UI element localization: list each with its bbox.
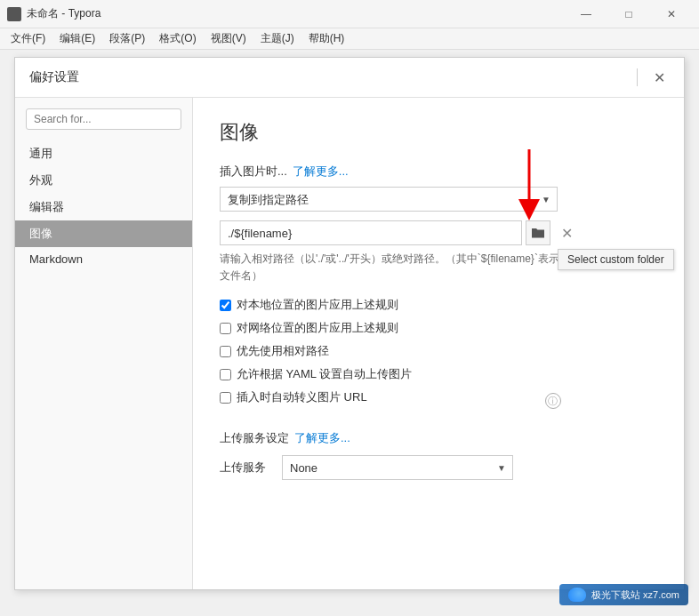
folder-button[interactable]	[526, 220, 550, 245]
section-title: 图像	[220, 119, 657, 146]
folder-icon	[531, 227, 545, 239]
menu-file[interactable]: 文件(F)	[4, 29, 52, 48]
window-title: 未命名 - Typora	[27, 6, 566, 21]
upload-service-row: 上传服务 None ▼	[220, 455, 657, 480]
checkbox-network[interactable]: 对网络位置的图片应用上述规则	[220, 320, 657, 336]
watermark-logo	[568, 588, 586, 602]
menu-format[interactable]: 格式(O)	[152, 29, 203, 48]
checkbox-network-input[interactable]	[220, 323, 231, 334]
sidebar-item-editor[interactable]: 编辑器	[15, 194, 192, 220]
select-folder-tooltip: Select custom folder	[558, 249, 674, 270]
menu-paragraph[interactable]: 段落(P)	[102, 29, 152, 48]
checkbox-local[interactable]: 对本地位置的图片应用上述规则	[220, 297, 657, 313]
dialog-body: 通用 外观 编辑器 图像 Markdown 图像 插入图片时... 了解更多..…	[15, 98, 684, 589]
watermark-text: 极光下载站 xz7.com	[591, 588, 679, 602]
menu-help[interactable]: 帮助(H)	[301, 29, 352, 48]
sidebar-item-markdown[interactable]: Markdown	[15, 247, 192, 271]
copy-path-dropdown[interactable]: 复制到指定路径 无特殊操作 复制图片到当前文件夹	[220, 187, 558, 212]
upload-service-dropdown[interactable]: None	[282, 455, 513, 480]
upload-dropdown-container: None ▼	[282, 455, 513, 480]
search-input[interactable]	[26, 108, 181, 130]
learn-more-link-insert[interactable]: 了解更多...	[293, 164, 349, 180]
info-icon[interactable]: ⓘ	[545, 393, 561, 409]
checkbox-escape[interactable]: 插入时自动转义图片 URL	[220, 389, 367, 405]
minimize-button[interactable]: —	[566, 0, 607, 28]
sidebar-item-appearance[interactable]: 外观	[15, 167, 192, 194]
watermark: 极光下载站 xz7.com	[559, 584, 688, 605]
menu-view[interactable]: 视图(V)	[204, 29, 253, 48]
checkbox-yaml-input[interactable]	[220, 369, 231, 380]
upload-section: 上传服务设定 了解更多... 上传服务 None ▼	[220, 430, 657, 480]
insert-label-row: 插入图片时... 了解更多...	[220, 164, 657, 180]
sidebar-item-general[interactable]: 通用	[15, 140, 192, 167]
app-icon	[7, 7, 21, 21]
learn-more-link-upload[interactable]: 了解更多...	[294, 430, 350, 446]
maximize-button[interactable]: □	[608, 0, 649, 28]
path-input[interactable]	[220, 220, 522, 245]
menu-bar: 文件(F) 编辑(E) 段落(P) 格式(O) 视图(V) 主题(J) 帮助(H…	[0, 28, 699, 50]
copy-path-dropdown-wrapper: 复制到指定路径 无特殊操作 复制图片到当前文件夹 ▼	[220, 187, 657, 212]
checkbox-local-input[interactable]	[220, 300, 231, 311]
main-content: 图像 插入图片时... 了解更多... 复制到指定路径 无特殊操作 复制图片到当…	[193, 98, 684, 589]
checkbox-escape-input[interactable]	[220, 392, 231, 404]
path-input-row: ✕ Select custom folder	[220, 220, 657, 245]
dialog-header: 偏好设置 ✕	[15, 58, 684, 98]
upload-section-title: 上传服务设定	[220, 430, 289, 446]
copy-path-dropdown-container: 复制到指定路径 无特殊操作 复制图片到当前文件夹 ▼	[220, 187, 558, 212]
checkbox-relative[interactable]: 优先使用相对路径	[220, 343, 657, 359]
checkbox-relative-input[interactable]	[220, 346, 231, 357]
menu-edit[interactable]: 编辑(E)	[52, 29, 102, 48]
clear-button[interactable]: ✕	[554, 220, 579, 245]
header-divider	[637, 68, 638, 86]
window-controls: — □ ✕	[566, 0, 692, 28]
upload-service-label: 上传服务	[220, 460, 273, 476]
dialog-close-button[interactable]: ✕	[648, 67, 670, 88]
sidebar: 通用 外观 编辑器 图像 Markdown	[15, 98, 193, 589]
upload-title-row: 上传服务设定 了解更多...	[220, 430, 657, 446]
window-close-button[interactable]: ✕	[651, 0, 692, 28]
dialog-title: 偏好设置	[29, 69, 637, 85]
checkbox-yaml[interactable]: 允许根据 YAML 设置自动上传图片	[220, 366, 657, 382]
title-bar: 未命名 - Typora — □ ✕	[0, 0, 699, 28]
insert-label: 插入图片时...	[220, 164, 287, 180]
preferences-dialog: 偏好设置 ✕ 通用 外观 编辑器 图像 Markdown 图像 插入图片时...…	[14, 57, 685, 590]
sidebar-item-image[interactable]: 图像	[15, 220, 192, 247]
menu-theme[interactable]: 主题(J)	[253, 29, 301, 48]
